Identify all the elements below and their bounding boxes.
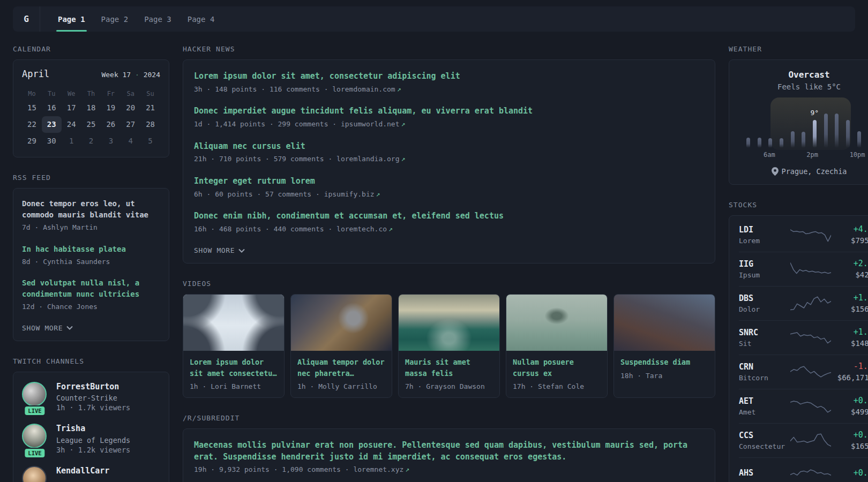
hn-domain-link[interactable]: loremlandia.org↗ <box>336 155 405 163</box>
stock-row[interactable]: CRNBitcorn -1.00%$66,171.48 <box>739 355 868 389</box>
subreddit-section-title: /R/SUBREDDIT <box>183 414 715 422</box>
right-column: WEATHER Overcast Feels like 5°C 9° 6am2p… <box>729 45 868 482</box>
stock-row[interactable]: SNRCSit +1.36%$148.64 <box>739 320 868 355</box>
external-link-icon: ↗ <box>397 85 401 93</box>
chevron-down-icon <box>238 248 245 253</box>
stock-price: $148.64 <box>831 339 868 348</box>
stock-row[interactable]: AHS +0.46% <box>739 457 868 482</box>
calendar-day: 24 <box>62 116 81 133</box>
chevron-down-icon <box>66 326 73 330</box>
logo-link[interactable]: G <box>13 6 40 32</box>
calendar-day: 16 <box>42 100 62 116</box>
subreddit-domain-link[interactable]: loremnet.xyz↗ <box>353 465 409 473</box>
stock-change: +1.36% <box>831 327 868 337</box>
video-strip: Lorem ipsum dolor sit amet consectetu… 1… <box>183 294 715 398</box>
stock-change: +0.51% <box>831 430 868 440</box>
calendar-day: 18 <box>81 100 101 116</box>
hn-meta: 3h · 148 points · 116 comments · loremdo… <box>194 84 704 95</box>
weather-feels-like: Feels like 5°C <box>743 82 868 91</box>
hn-item: Aliquam nec cursus elit 21h · 710 points… <box>194 141 704 164</box>
rss-item-title-link[interactable]: Sed volutpat nulla nisl, a condimentum n… <box>22 277 160 300</box>
weather-chart: 9° 6am2pm10pm <box>743 99 868 159</box>
stock-change: +0.46% <box>831 468 868 478</box>
weather-bars: 9° <box>743 99 868 148</box>
stock-ticker: SNRC <box>739 328 790 337</box>
hn-title-link[interactable]: Donec enim nibh, condimentum et accumsan… <box>194 210 704 222</box>
stock-price: $66,171.48 <box>831 373 868 382</box>
hn-domain-link[interactable]: loremdomain.com↗ <box>332 85 401 93</box>
external-link-icon: ↗ <box>401 155 406 163</box>
subreddit-post-title-link[interactable]: Maecenas mollis pulvinar erat non posuer… <box>194 440 704 463</box>
stock-ticker: AHS <box>739 468 790 478</box>
hn-domain-link[interactable]: ipsumworld.net↗ <box>341 120 405 128</box>
hn-item: Donec imperdiet augue tincidunt felis al… <box>194 106 704 129</box>
twitch-channel-name: Trisha <box>56 424 130 434</box>
hn-domain-link[interactable]: loremtech.co↗ <box>336 225 393 233</box>
twitch-channel-meta: 3h · 1.2k viewers <box>56 446 130 454</box>
twitch-channel-name: ForrestBurton <box>56 382 130 393</box>
calendar-day-grid: 1516171819202122232425262728293012345 <box>22 100 160 149</box>
stock-row[interactable]: LDILorem +4.35%$795.18 <box>739 218 868 252</box>
tab-page-1[interactable]: Page 1 <box>51 6 92 32</box>
hackernews-section-title: HACKER NEWS <box>183 45 715 53</box>
middle-column: HACKER NEWS Lorem ipsum dolor sit amet, … <box>183 45 715 482</box>
stock-row[interactable]: DBSDolor +1.42%$156.28 <box>739 286 868 320</box>
subreddit-post-meta: 19h · 9,932 points · 1,090 comments · lo… <box>194 464 704 475</box>
location-pin-icon <box>772 167 779 176</box>
tab-page-4[interactable]: Page 4 <box>181 6 222 32</box>
hn-item: Integer eget rutrum lorem 6h · 60 points… <box>194 176 704 199</box>
twitch-channel-row[interactable]: LIVE ForrestBurton Counter-Strike 1h · 1… <box>22 382 160 412</box>
calendar-day: 26 <box>101 116 121 133</box>
rss-item-title-link[interactable]: Donec tempor eros leo, ut commodo mauris… <box>22 198 160 221</box>
stock-row[interactable]: CCSConsectetur +0.51%$165.84 <box>739 423 868 457</box>
video-thumbnail <box>183 295 284 351</box>
hn-title-link[interactable]: Lorem ipsum dolor sit amet, consectetur … <box>194 71 704 82</box>
twitch-channel-row[interactable]: LIVE KendallCarr <box>22 466 160 482</box>
calendar-day: 27 <box>121 116 140 133</box>
stock-ticker: CRN <box>739 362 790 372</box>
rss-section-title: RSS FEED <box>13 174 169 182</box>
weather-section-title: WEATHER <box>729 45 868 53</box>
hn-title-link[interactable]: Donec imperdiet augue tincidunt felis al… <box>194 106 704 117</box>
video-card[interactable]: Lorem ipsum dolor sit amet consectetu… 1… <box>183 294 285 398</box>
twitch-widget: TWITCH CHANNELS LIVE ForrestBurton Count… <box>13 357 169 482</box>
calendar-weekday: Tu <box>42 88 62 100</box>
stock-ticker: AET <box>739 396 790 406</box>
stock-sparkline <box>790 464 831 482</box>
hn-domain-link[interactable]: ipsumify.biz↗ <box>324 190 380 198</box>
stock-name: Consectetur <box>739 442 790 450</box>
tab-page-3[interactable]: Page 3 <box>137 6 178 32</box>
calendar-day: 3 <box>101 133 121 149</box>
navbar-divider <box>40 6 40 32</box>
twitch-channel-row[interactable]: LIVE Trisha League of Legends 3h · 1.2k … <box>22 424 160 454</box>
page-tabs: Page 1 Page 2 Page 3 Page 4 <box>51 6 221 32</box>
video-card[interactable]: Mauris sit amet massa felis 7h · Grayson… <box>398 294 500 398</box>
stock-price: $156.28 <box>831 305 868 313</box>
videos-widget: VIDEOS Lorem ipsum dolor sit amet consec… <box>183 280 715 398</box>
calendar-weekday: Fr <box>101 88 121 100</box>
calendar-day-today: 23 <box>42 116 62 133</box>
hn-title-link[interactable]: Aliquam nec cursus elit <box>194 141 704 153</box>
tab-page-2[interactable]: Page 2 <box>94 6 136 32</box>
video-card[interactable]: Aliquam tempor dolor nec pharetra… 1h · … <box>290 294 392 398</box>
live-badge: LIVE <box>24 405 46 416</box>
stocks-section-title: STOCKS <box>729 201 868 209</box>
calendar-day: 17 <box>62 100 81 116</box>
video-card[interactable]: Suspendisse diam 18h · Tara <box>613 294 715 398</box>
video-thumbnail <box>291 295 392 351</box>
external-link-icon: ↗ <box>405 465 409 473</box>
rss-show-more-button[interactable]: SHOW MORE <box>22 323 73 333</box>
calendar-day: 4 <box>121 133 140 149</box>
rss-item-title-link[interactable]: In hac habitasse platea <box>22 244 160 255</box>
hn-show-more-button[interactable]: SHOW MORE <box>194 245 245 255</box>
video-thumbnail <box>506 295 607 351</box>
stock-row[interactable]: IIGIpsum +2.84%$42.04 <box>739 252 868 286</box>
hn-title-link[interactable]: Integer eget rutrum lorem <box>194 176 704 187</box>
video-card[interactable]: Nullam posuere cursus ex 17h · Stefan Co… <box>506 294 608 398</box>
stock-row[interactable]: AETAmet +0.92%$499.72 <box>739 389 868 423</box>
twitch-channel-category: Counter-Strike <box>56 394 130 402</box>
twitch-channel-meta: 1h · 1.7k viewers <box>56 403 130 412</box>
calendar-widget: CALENDAR April Week 17 · 2024 MoTuWeThFr… <box>13 45 169 157</box>
weather-widget: WEATHER Overcast Feels like 5°C 9° 6am2p… <box>729 45 868 185</box>
twitch-channel-category: League of Legends <box>56 436 130 445</box>
